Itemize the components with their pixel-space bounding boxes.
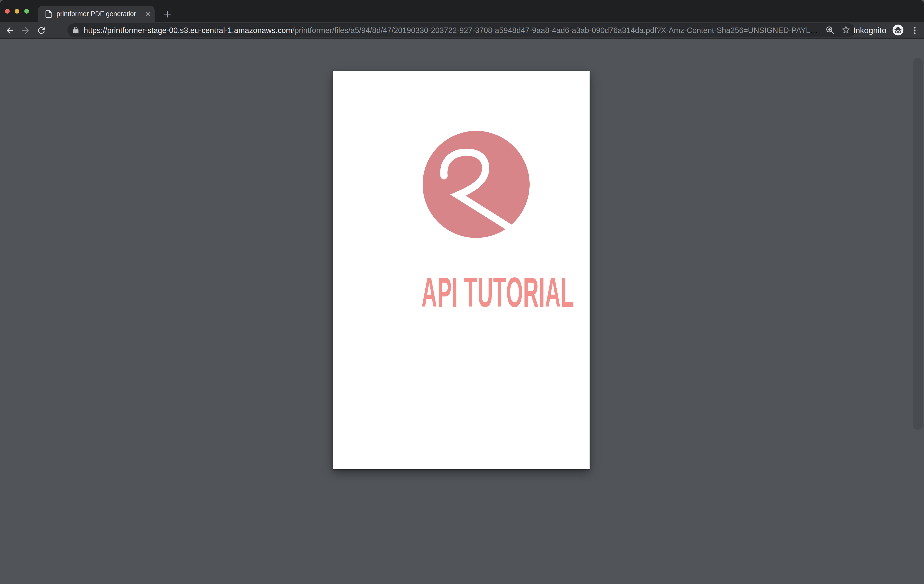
scrollbar-thumb[interactable]	[912, 58, 923, 430]
document-icon	[45, 10, 52, 19]
pdf-viewer-content: API TUTORIAL	[0, 39, 924, 584]
url-text: https://printformer-stage-00.s3.eu-centr…	[84, 26, 821, 35]
new-tab-button[interactable]	[163, 10, 172, 18]
url-bar-actions	[825, 25, 851, 36]
url-bar[interactable]: https://printformer-stage-00.s3.eu-centr…	[68, 23, 855, 37]
magnifier-zoom-icon[interactable]	[825, 25, 835, 36]
kebab-menu-icon[interactable]	[910, 25, 919, 35]
traffic-light-close[interactable]	[5, 9, 10, 14]
incognito-icon	[892, 24, 904, 37]
active-tab[interactable]: printformer PDF generation	[38, 6, 155, 22]
lock-icon[interactable]	[73, 26, 79, 35]
pdf-page: API TUTORIAL	[333, 71, 589, 469]
browser-window: printformer PDF generation	[0, 0, 924, 584]
tab-close-icon[interactable]	[145, 11, 151, 17]
toolbar: https://printformer-stage-00.s3.eu-centr…	[0, 22, 924, 39]
tab-bar: printformer PDF generation	[0, 0, 924, 22]
tab-title: printformer PDF generation	[56, 6, 136, 22]
url-path: /printformer/files/a5/94/8d/47/20190330-…	[292, 26, 821, 35]
back-arrow-icon[interactable]	[5, 25, 15, 35]
reload-icon[interactable]	[36, 25, 46, 35]
traffic-light-maximize[interactable]	[24, 9, 29, 14]
forward-arrow-icon[interactable]	[21, 25, 30, 35]
toolbar-right: Inkognito	[853, 22, 919, 39]
bookmark-star-icon[interactable]	[841, 25, 851, 36]
printformer-logo-icon	[422, 131, 530, 238]
incognito-label: Inkognito	[853, 26, 886, 35]
traffic-light-minimize[interactable]	[15, 9, 19, 14]
pdf-title: API TUTORIAL	[333, 271, 589, 313]
url-domain: https://printformer-stage-00.s3.eu-centr…	[84, 26, 292, 35]
pdf-title-text: API TUTORIAL	[421, 271, 574, 313]
